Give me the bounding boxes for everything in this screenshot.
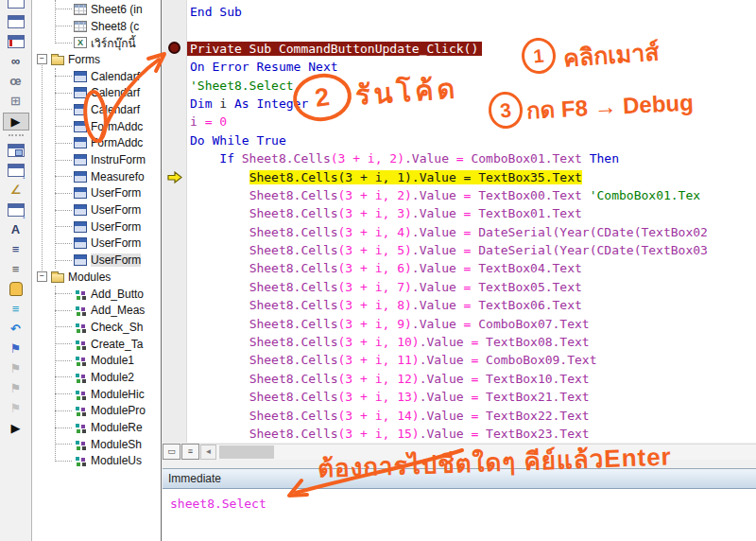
tree-item-module1[interactable]: Module1 [32, 352, 161, 369]
tree-item-add-butto[interactable]: Add_Butto [32, 286, 161, 303]
tree-item-modulesh[interactable]: ModuleSh [32, 436, 161, 453]
code-line[interactable]: Sheet8.Cells(3 + i, 3).Value = TextBox01… [190, 204, 756, 222]
tree-item-userform[interactable]: UserForm [32, 201, 161, 218]
tree-connector [55, 176, 72, 177]
code-area[interactable]: End SubPrivate Sub CommandButtonUpdate_C… [187, 0, 756, 443]
prev-bookmark-icon[interactable]: ⚑ [4, 380, 28, 396]
code-line[interactable]: Sheet8.Cells(3 + i, 12).Value = TextBox1… [190, 370, 756, 388]
code-line[interactable]: Do While True [190, 131, 756, 149]
tree-item-modulere[interactable]: ModuleRe [32, 419, 161, 436]
tree-item-create-ta[interactable]: Create_Ta [32, 336, 161, 353]
pan-hand-icon[interactable] [4, 281, 28, 297]
full-module-view-button[interactable]: ≡ [181, 444, 199, 460]
tree-item-userform[interactable]: UserForm [32, 252, 161, 269]
font-style-icon[interactable]: A [4, 221, 28, 237]
prev-bookmark-icon: ⚑ [10, 382, 22, 394]
object-browser-icon: œ [9, 75, 21, 87]
tree-connector [55, 26, 72, 26]
code-line[interactable] [190, 21, 756, 39]
code-line[interactable]: Sheet8.Cells(3 + i, 11).Value = ComboBox… [190, 351, 756, 369]
tree-item-formaddc[interactable]: FormAddc [32, 118, 161, 135]
indent-icon[interactable]: ≡ [4, 241, 28, 257]
tree-item-modules[interactable]: −Modules [32, 269, 161, 286]
tree-item-userform[interactable]: UserForm [32, 236, 161, 253]
object-browser-icon[interactable]: œ [4, 73, 28, 89]
toolbox-window-icon[interactable] [4, 0, 28, 9]
code-line[interactable]: Sheet8.Cells(3 + i, 8).Value = TextBox06… [190, 296, 756, 314]
breakpoint-margin[interactable] [163, 0, 187, 443]
next-bookmark-icon[interactable]: ⚑ [4, 360, 28, 376]
code-line[interactable]: Sheet8.Cells(3 + i, 7).Value = TextBox05… [190, 278, 756, 296]
tree-item-module2[interactable]: Module2 [32, 369, 161, 386]
export-file-icon[interactable] [4, 162, 28, 178]
clear-bookmarks-icon[interactable]: ⚑ [4, 400, 28, 416]
toolbar-options2-icon[interactable]: ▶ [4, 420, 28, 436]
tree-item-calendarf[interactable]: Calendarf [32, 68, 161, 85]
tree-item-measurefo[interactable]: Measurefo [32, 168, 161, 185]
collapse-toggle-icon[interactable]: − [37, 271, 47, 282]
call-stack-icon[interactable]: ⊞ [4, 93, 28, 109]
annotation-step2-text: รันโค้ด [354, 66, 460, 117]
tree-item--[interactable]: Xเวิร์กบุ๊กนี้ [32, 34, 161, 51]
tree-item-instruform[interactable]: InstruForm [32, 151, 161, 168]
code-line[interactable]: End Sub [190, 3, 756, 21]
vba-editor-window: ∞œ⊞▶∠A≡≡≡↶⚑⚑⚑⚑▶ Sheet6 (inSheet8 (cXเวิร… [0, 0, 756, 541]
code-line[interactable]: Sheet8.Cells(3 + i, 13).Value = TextBox2… [190, 388, 756, 406]
tree-item-calendarf[interactable]: Calendarf [32, 84, 161, 101]
code-line[interactable]: On Error Resume Next [190, 58, 756, 76]
tree-item-moduleus[interactable]: ModuleUs [32, 453, 161, 470]
sheet-icon [74, 4, 87, 15]
immediate-input[interactable]: sheet8.Select [163, 489, 756, 541]
tree-item-calendarf[interactable]: Calendarf [32, 101, 161, 118]
properties-window-icon[interactable] [4, 33, 28, 49]
tree-item-modulehic[interactable]: ModuleHic [32, 386, 161, 403]
undo-list-icon[interactable]: ↶ [4, 321, 28, 337]
immediate-text[interactable]: sheet8.Select [170, 497, 266, 511]
procedure-view-button[interactable]: ▭ [163, 444, 180, 460]
view-object-icon[interactable] [4, 13, 28, 29]
scrollbar-thumb[interactable] [219, 445, 274, 459]
outdent-icon[interactable]: ≡ [4, 261, 28, 277]
copy-module-icon[interactable] [4, 142, 28, 158]
tree-connector [55, 444, 72, 445]
tree-item-userform[interactable]: UserForm [32, 218, 161, 236]
breakpoint-dot-icon[interactable] [168, 42, 180, 54]
form-icon [74, 137, 87, 148]
scroll-left-button[interactable]: ◄ [200, 445, 216, 460]
tree-item-modulepro[interactable]: ModulePro [32, 403, 161, 420]
find-icon[interactable]: ∞ [4, 53, 28, 69]
tree-item-label: Check_Sh [91, 321, 143, 334]
tree-item-label: Add_Meas [91, 304, 145, 317]
collapse-toggle-icon[interactable]: − [37, 54, 47, 64]
tree-connector [55, 260, 72, 261]
tree-item-userform[interactable]: UserForm [32, 185, 161, 202]
tree-item-sheet6-in[interactable]: Sheet6 (in [32, 1, 161, 18]
paste-form-icon[interactable] [4, 201, 28, 218]
form-icon [74, 71, 87, 82]
tree-item-formaddc[interactable]: FormAddc [32, 135, 161, 152]
code-line[interactable]: Private Sub CommandButtonUpdate_Click() [190, 40, 756, 58]
module-icon [74, 455, 87, 466]
code-line[interactable]: If Sheet8.Cells(3 + i, 2).Value = ComboB… [190, 149, 756, 167]
tree-connector [55, 226, 72, 227]
list-properties-icon[interactable]: ≡ [4, 301, 28, 317]
code-line[interactable]: Sheet8.Cells(3 + i, 9).Value = ComboBox0… [190, 315, 756, 333]
code-line[interactable]: Sheet8.Cells(3 + i, 1).Value = TextBox35… [190, 168, 756, 186]
tree-item-add-meas[interactable]: Add_Meas [32, 302, 161, 319]
code-line[interactable]: Sheet8.Cells(3 + i, 10).Value = TextBox0… [190, 333, 756, 351]
tree-item-check-sh[interactable]: Check_Sh [32, 319, 161, 336]
toolbar-options-icon[interactable]: ▶ [3, 113, 29, 131]
code-line[interactable]: Sheet8.Cells(3 + i, 5).Value = DateSeria… [190, 241, 756, 259]
code-line[interactable]: Sheet8.Cells(3 + i, 6).Value = TextBox04… [190, 259, 756, 277]
select-ruler-icon[interactable]: ∠ [4, 182, 28, 198]
code-line[interactable]: Sheet8.Cells(3 + i, 15).Value = TextBox2… [190, 425, 756, 443]
code-line[interactable]: Sheet8.Cells(3 + i, 4).Value = DateSeria… [190, 223, 756, 241]
toolbar-separator [9, 134, 24, 139]
code-line[interactable]: Sheet8.Cells(3 + i, 14).Value = TextBox2… [190, 407, 756, 425]
form-icon [74, 187, 87, 199]
tree-item-sheet8-c[interactable]: Sheet8 (c [32, 18, 161, 35]
bookmark-icon[interactable]: ⚑ [4, 340, 28, 357]
code-line[interactable]: Sheet8.Cells(3 + i, 2).Value = TextBox00… [190, 186, 756, 204]
tree-item-label: UserForm [91, 236, 141, 250]
tree-item-forms[interactable]: −Forms [32, 51, 161, 68]
